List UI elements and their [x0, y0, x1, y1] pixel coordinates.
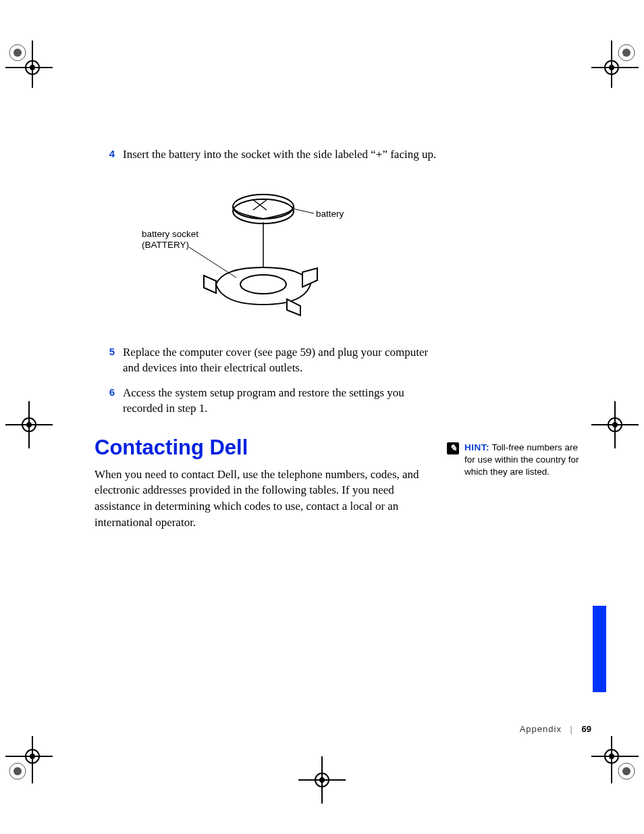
crop-mark-icon — [298, 756, 346, 804]
svg-point-24 — [26, 750, 39, 763]
step-text: Insert the battery into the socket with … — [123, 147, 439, 163]
crop-mark-icon — [591, 401, 639, 448]
crop-mark-icon — [591, 41, 639, 88]
step-text: Access the system setup program and rest… — [123, 386, 439, 417]
footer-section: Appendix — [520, 724, 562, 734]
svg-point-35 — [319, 777, 325, 783]
svg-point-27 — [622, 767, 630, 775]
svg-point-36 — [233, 194, 294, 219]
figure-label-battery: battery — [316, 209, 344, 219]
svg-point-6 — [618, 45, 635, 61]
crop-mark-icon — [591, 736, 639, 783]
svg-point-30 — [605, 750, 618, 763]
svg-point-1 — [14, 49, 22, 57]
figure-label-socket-2: (BATTERY) — [142, 240, 198, 251]
step-number: 4 — [95, 147, 123, 161]
svg-point-11 — [609, 65, 614, 70]
step-number: 6 — [95, 386, 123, 399]
hint-label: HINT: — [464, 442, 489, 452]
section-heading: Contacting Dell — [95, 436, 439, 460]
section-intro: When you need to contact Dell, use the t… — [95, 467, 439, 531]
step-text: Replace the computer cover (see page 59)… — [123, 345, 439, 376]
svg-point-18 — [608, 418, 622, 432]
svg-point-5 — [30, 65, 35, 70]
page-content: 4 Insert the battery into the socket wit… — [95, 147, 439, 531]
svg-point-7 — [622, 49, 630, 57]
step-number: 5 — [95, 345, 123, 359]
svg-point-26 — [618, 763, 635, 779]
step-5: 5 Replace the computer cover (see page 5… — [95, 345, 439, 376]
step-4: 4 Insert the battery into the socket wit… — [95, 147, 439, 163]
svg-point-21 — [14, 767, 22, 775]
battery-diagram: battery battery socket (BATTERY) — [149, 183, 365, 325]
crop-mark-icon — [5, 41, 53, 88]
svg-point-25 — [30, 754, 35, 759]
crop-mark-icon — [5, 736, 53, 783]
crop-mark-icon — [5, 401, 53, 448]
svg-point-20 — [9, 763, 26, 779]
figure-label-socket-1: battery socket — [142, 229, 198, 240]
svg-point-10 — [605, 61, 618, 74]
svg-point-15 — [26, 422, 32, 427]
section-tab — [593, 606, 606, 692]
hint-text-block: HINT: Toll-free numbers are for use with… — [464, 442, 589, 479]
page-number: 69 — [582, 724, 591, 734]
svg-line-43 — [189, 247, 236, 278]
hint-callout: ✎ HINT: Toll-free numbers are for use wi… — [447, 442, 589, 479]
page-footer: Appendix | 69 — [520, 724, 591, 734]
hint-icon: ✎ — [447, 442, 459, 454]
svg-point-31 — [609, 754, 614, 759]
step-6: 6 Access the system setup program and re… — [95, 386, 439, 417]
footer-separator: | — [570, 724, 573, 734]
svg-point-14 — [22, 418, 36, 432]
svg-point-34 — [315, 773, 329, 787]
svg-point-4 — [26, 61, 39, 74]
svg-point-0 — [9, 45, 26, 61]
svg-point-19 — [612, 422, 618, 427]
svg-line-40 — [293, 209, 314, 213]
